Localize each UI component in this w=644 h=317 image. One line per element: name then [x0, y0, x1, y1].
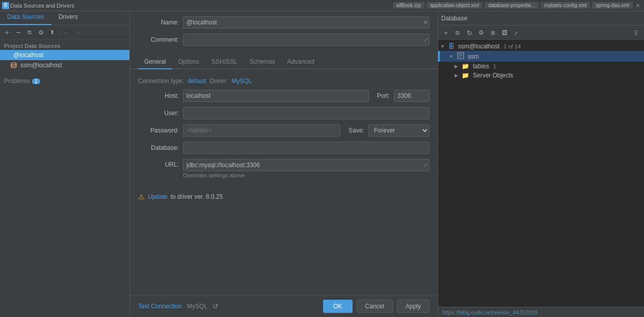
- tree-label-ssm: ssm: [468, 53, 479, 60]
- copy-datasource-button[interactable]: ⧉: [24, 28, 35, 38]
- user-input[interactable]: [183, 107, 430, 119]
- warn-icon: ⚠: [138, 193, 145, 201]
- dialog-buttons: OK Cancel Apply: [323, 300, 430, 313]
- datasource-item-localhost[interactable]: @localhost: [0, 50, 129, 60]
- datasource-label-ssm: ssm@localhost: [20, 62, 62, 69]
- top-tab-3[interactable]: database-propertie...: [485, 2, 539, 9]
- problems-label: Problems: [4, 77, 30, 85]
- dialog-tab-schemas[interactable]: Schemas: [244, 56, 281, 69]
- folder-icon-server-objects: 📁: [462, 72, 469, 79]
- window-close[interactable]: ×: [634, 2, 642, 10]
- url-status: https://blog.csdn.net/weixin_44252918: [442, 309, 538, 315]
- db-refresh-icon[interactable]: ↻: [464, 27, 475, 38]
- tab-drivers[interactable]: Drivers: [51, 11, 85, 25]
- chevron-down-ssm: ▼: [449, 54, 453, 59]
- tree-item-server-objects[interactable]: ▶ 📁 Server Objects: [438, 71, 644, 80]
- db-add-icon[interactable]: +: [440, 27, 451, 38]
- url-input[interactable]: [183, 159, 430, 171]
- top-tab-5[interactable]: spring-dao.xml: [592, 2, 633, 9]
- top-tab-1[interactable]: allBook.icp: [393, 2, 424, 9]
- tree-item-ssm-localhost[interactable]: ▼ 🗄 ssm@localhost 1 of 14: [438, 42, 644, 51]
- right-panel-title: Database: [441, 15, 641, 22]
- test-connection-button[interactable]: Test Connection: [138, 303, 182, 310]
- port-label: Port:: [377, 92, 390, 99]
- save-select[interactable]: Forever Until restart Never: [368, 124, 430, 137]
- nav-forward-button[interactable]: →: [73, 28, 83, 38]
- refresh-icon[interactable]: ↺: [212, 302, 219, 310]
- driver-text: MySQL: [187, 303, 207, 310]
- tree-item-tables[interactable]: ▶ 📁 tables 1: [438, 62, 644, 71]
- host-input[interactable]: [183, 90, 369, 102]
- folder-icon-tables: 📁: [462, 63, 469, 70]
- conn-type-row: Connection type: default Driver: MySQL: [138, 74, 430, 90]
- export-button[interactable]: ⬆: [47, 28, 57, 38]
- db-grid-icon[interactable]: ⊞: [487, 27, 498, 38]
- chevron-down-ssm-root: ▼: [440, 44, 445, 49]
- top-tab-4[interactable]: mybatis-config.xml: [541, 2, 590, 9]
- save-label: Save:: [348, 127, 364, 134]
- name-label: Name:: [138, 19, 179, 26]
- database-label: Database:: [138, 144, 179, 151]
- nav-back-button[interactable]: ←: [62, 28, 72, 38]
- url-label: URL:: [138, 159, 179, 168]
- dialog-tab-ssh-ssl[interactable]: SSH/SSL: [205, 56, 244, 69]
- update-link[interactable]: Update: [148, 193, 168, 200]
- db-copy-icon[interactable]: ⧉: [452, 27, 463, 38]
- expand-comment-icon[interactable]: ⤢: [424, 37, 428, 43]
- problems-badge: 1: [32, 78, 40, 84]
- tree-label-server-objects: Server Objects: [473, 72, 513, 79]
- db-filter-icon[interactable]: ⊽: [631, 27, 642, 38]
- dialog-tab-advanced[interactable]: Advanced: [281, 56, 320, 69]
- tab-data-sources[interactable]: Data Sources: [0, 11, 51, 25]
- password-label: Password:: [138, 127, 179, 134]
- chevron-right-tables: ▶: [454, 64, 458, 69]
- dialog-tab-options[interactable]: Options: [172, 56, 205, 69]
- tree-suffix-ssm-localhost: 1 of 14: [503, 43, 521, 49]
- clear-icon[interactable]: ✕: [423, 19, 428, 26]
- database-input[interactable]: [183, 142, 430, 154]
- ok-button[interactable]: OK: [323, 300, 352, 313]
- remove-datasource-button[interactable]: −: [13, 28, 23, 38]
- window-title: Data Sources and Drivers: [10, 3, 392, 9]
- tree-label-ssm-localhost: ssm@localhost: [458, 43, 500, 50]
- password-input[interactable]: [183, 124, 340, 137]
- db-icon-localhost: [4, 51, 11, 59]
- update-notice: ⚠ Update to driver ver. 8.0.25: [138, 189, 430, 201]
- cancel-button[interactable]: Cancel: [357, 300, 393, 313]
- dialog-tab-general[interactable]: General: [138, 56, 172, 69]
- tree-item-ssm[interactable]: ▼ ssm: [438, 51, 644, 62]
- tree-label-tables: tables: [473, 63, 489, 70]
- datasource-label-localhost: @localhost: [13, 51, 44, 59]
- top-tab-2[interactable]: application-object.xml: [426, 2, 482, 9]
- settings-button[interactable]: ⚙: [36, 28, 46, 38]
- db-expand-icon[interactable]: ⤢: [511, 27, 522, 38]
- conn-type-link[interactable]: default: [187, 77, 206, 85]
- user-label: User:: [138, 110, 179, 117]
- port-input[interactable]: [394, 90, 430, 102]
- db-icon-ssm: [10, 62, 17, 69]
- svg-point-0: [5, 52, 10, 55]
- datasource-item-ssm[interactable]: ssm@localhost: [0, 60, 129, 70]
- tree-suffix-tables: 1: [493, 63, 496, 69]
- driver-link[interactable]: MySQL: [231, 77, 252, 85]
- add-datasource-button[interactable]: +: [2, 28, 12, 38]
- url-note: Overrides settings above: [138, 172, 430, 178]
- comment-input[interactable]: [183, 34, 430, 46]
- schema-icon-ssm: [457, 52, 464, 61]
- server-icon-ssm-root: 🗄: [448, 43, 454, 50]
- expand-url-icon[interactable]: ⤢: [423, 162, 427, 169]
- db-gear-icon[interactable]: ⚙: [475, 27, 487, 38]
- chevron-right-server-objects: ▶: [454, 73, 458, 78]
- problems-section[interactable]: Problems 1: [0, 74, 129, 88]
- host-label: Host:: [138, 92, 179, 99]
- section-label-project: Project Data Sources: [0, 40, 129, 50]
- name-input[interactable]: [183, 16, 430, 29]
- window-icon: 🗄: [2, 2, 9, 9]
- svg-point-1: [11, 63, 16, 65]
- comment-label: Comment:: [138, 36, 179, 43]
- apply-button[interactable]: Apply: [397, 300, 430, 313]
- db-image-icon[interactable]: 🖼: [499, 27, 510, 38]
